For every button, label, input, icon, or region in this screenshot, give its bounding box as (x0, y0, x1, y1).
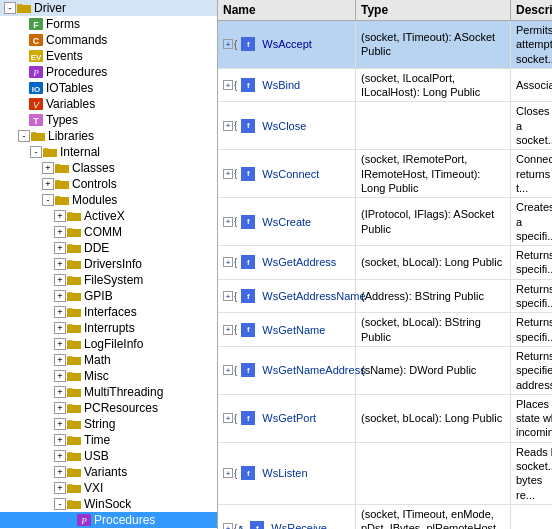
table-row[interactable]: +{fWsConnect(socket, IRemotePort, IRemot… (218, 150, 552, 198)
table-row[interactable]: +{fWsAccept(socket, ITimeout): ASocket P… (218, 21, 552, 69)
tree-item-procedures[interactable]: PProcedures (0, 64, 217, 80)
tree-item-dde[interactable]: +DDE (0, 240, 217, 256)
tree-item-filesystem[interactable]: +FileSystem (0, 272, 217, 288)
function-icon: f (241, 78, 255, 92)
tree-item-multithreading[interactable]: +MultiThreading (0, 384, 217, 400)
expand-button[interactable]: + (54, 402, 66, 414)
expand-button[interactable]: + (54, 466, 66, 478)
tree-panel[interactable]: -DriverFFormsCCommandsEVEventsPProcedure… (0, 0, 218, 529)
tree-item-gpib[interactable]: +GPIB (0, 288, 217, 304)
expand-button[interactable]: + (54, 226, 66, 238)
tree-item-winsock-procedures[interactable]: PProcedures (0, 512, 217, 528)
expand-button[interactable]: + (54, 482, 66, 494)
expand-button[interactable]: + (54, 418, 66, 430)
cell-desc-wsclose: Closes a socket... (511, 102, 552, 149)
collapse-button[interactable]: - (30, 146, 42, 158)
tree-item-driversinfo[interactable]: +DriversInfo (0, 256, 217, 272)
table-row[interactable]: +{fWsListenReads b socket... bytes re... (218, 443, 552, 505)
expand-button[interactable]: + (54, 306, 66, 318)
expand-button[interactable]: + (54, 370, 66, 382)
table-row[interactable]: +{fWsBind(socket, ILocalPort, ILocalHost… (218, 69, 552, 103)
row-expand-icon[interactable]: + (223, 39, 233, 49)
row-expand-icon[interactable]: + (223, 413, 233, 423)
tree-item-misc[interactable]: +Misc (0, 368, 217, 384)
tree-item-usb[interactable]: +USB (0, 448, 217, 464)
row-expand-icon[interactable]: + (223, 325, 233, 335)
tree-item-variables[interactable]: VVariables (0, 96, 217, 112)
tree-item-types[interactable]: TTypes (0, 112, 217, 128)
cell-name-wsbind[interactable]: +{fWsBind (218, 69, 356, 102)
tree-item-activex[interactable]: +ActiveX (0, 208, 217, 224)
tree-item-classes[interactable]: +Classes (0, 160, 217, 176)
cell-name-wsgetaddress[interactable]: +{fWsGetAddress (218, 246, 356, 279)
expand-button[interactable]: + (54, 434, 66, 446)
tree-item-string[interactable]: +String (0, 416, 217, 432)
expand-button[interactable]: + (54, 386, 66, 398)
tree-item-commands[interactable]: CCommands (0, 32, 217, 48)
table-row[interactable]: +{fWsGetName(socket, bLocal): BString Pu… (218, 313, 552, 347)
table-row[interactable]: +{fWsGetAddressName(Address): BString Pu… (218, 280, 552, 314)
tree-item-variants[interactable]: +Variants (0, 464, 217, 480)
row-expand-icon[interactable]: + (223, 257, 233, 267)
tree-item-winsock[interactable]: -WinSock (0, 496, 217, 512)
tree-item-vxi[interactable]: +VXI (0, 480, 217, 496)
cell-name-wsgetaddressname[interactable]: +{fWsGetAddressName (218, 280, 356, 313)
expand-button[interactable]: + (54, 322, 66, 334)
expand-button[interactable]: + (54, 338, 66, 350)
tree-item-forms[interactable]: FForms (0, 16, 217, 32)
row-expand-icon[interactable]: + (223, 169, 233, 179)
collapse-button[interactable]: - (54, 498, 66, 510)
expand-button[interactable]: + (54, 242, 66, 254)
cell-name-wscreate[interactable]: +{fWsCreate (218, 198, 356, 245)
expand-button[interactable]: + (54, 274, 66, 286)
tree-item-pcresources[interactable]: +PCResources (0, 400, 217, 416)
row-expand-icon[interactable]: + (223, 121, 233, 131)
tree-item-interrupts[interactable]: +Interrupts (0, 320, 217, 336)
collapse-button[interactable]: - (4, 2, 16, 14)
row-expand-icon[interactable]: + (223, 217, 233, 227)
row-expand-icon[interactable]: + (223, 523, 233, 529)
tree-item-modules[interactable]: -Modules (0, 192, 217, 208)
expand-button[interactable]: + (54, 354, 66, 366)
tree-item-time[interactable]: +Time (0, 432, 217, 448)
table-row[interactable]: +{fWsCreate(IProtocol, IFlags): ASocket … (218, 198, 552, 246)
tree-item-events[interactable]: EVEvents (0, 48, 217, 64)
table-row[interactable]: +{fWsGetAddress(socket, bLocal): Long Pu… (218, 246, 552, 280)
expand-button[interactable]: + (54, 450, 66, 462)
collapse-button[interactable]: - (42, 194, 54, 206)
expand-button[interactable]: + (54, 258, 66, 270)
tree-item-iotables[interactable]: IOIOTables (0, 80, 217, 96)
table-row[interactable]: +{↖fWsReceive(socket, ITimeout, enMode, … (218, 505, 552, 529)
cell-name-wslisten[interactable]: +{fWsListen (218, 443, 356, 504)
cell-name-wsaccept[interactable]: +{fWsAccept (218, 21, 356, 68)
tree-item-logfileinfo[interactable]: +LogFileInfo (0, 336, 217, 352)
cell-name-wsconnect[interactable]: +{fWsConnect (218, 150, 356, 197)
row-expand-icon[interactable]: + (223, 291, 233, 301)
table-row[interactable]: +{fWsGetPort(socket, bLocal): Long Publi… (218, 395, 552, 443)
cell-name-wsgetport[interactable]: +{fWsGetPort (218, 395, 356, 442)
row-expand-icon[interactable]: + (223, 468, 233, 478)
tree-item-libraries[interactable]: -Libraries (0, 128, 217, 144)
cell-desc-wsgetaddressname: Returns specifi... (511, 280, 552, 313)
tree-item-interfaces[interactable]: +Interfaces (0, 304, 217, 320)
expand-button[interactable]: + (42, 178, 54, 190)
svg-text:P: P (80, 516, 87, 526)
cell-name-wsgetname[interactable]: +{fWsGetName (218, 313, 356, 346)
expand-button[interactable]: + (54, 290, 66, 302)
table-row[interactable]: +{fWsGetNameAddress(sName): DWord Public… (218, 347, 552, 395)
tree-item-driver[interactable]: -Driver (0, 0, 217, 16)
row-expand-icon[interactable]: + (223, 365, 233, 375)
collapse-button[interactable]: - (18, 130, 30, 142)
row-expand-icon[interactable]: + (223, 80, 233, 90)
expand-button[interactable]: + (54, 210, 66, 222)
cell-name-wsreceive[interactable]: +{↖fWsReceive (218, 505, 356, 529)
cell-name-wsclose[interactable]: +{fWsClose (218, 102, 356, 149)
table-body[interactable]: +{fWsAccept(socket, ITimeout): ASocket P… (218, 21, 552, 529)
table-row[interactable]: +{fWsCloseCloses a socket... (218, 102, 552, 150)
tree-item-comm[interactable]: +COMM (0, 224, 217, 240)
tree-item-controls[interactable]: +Controls (0, 176, 217, 192)
expand-button[interactable]: + (42, 162, 54, 174)
tree-item-internal[interactable]: -Internal (0, 144, 217, 160)
cell-name-wsgetnameaddress[interactable]: +{fWsGetNameAddress (218, 347, 356, 394)
tree-item-math[interactable]: +Math (0, 352, 217, 368)
